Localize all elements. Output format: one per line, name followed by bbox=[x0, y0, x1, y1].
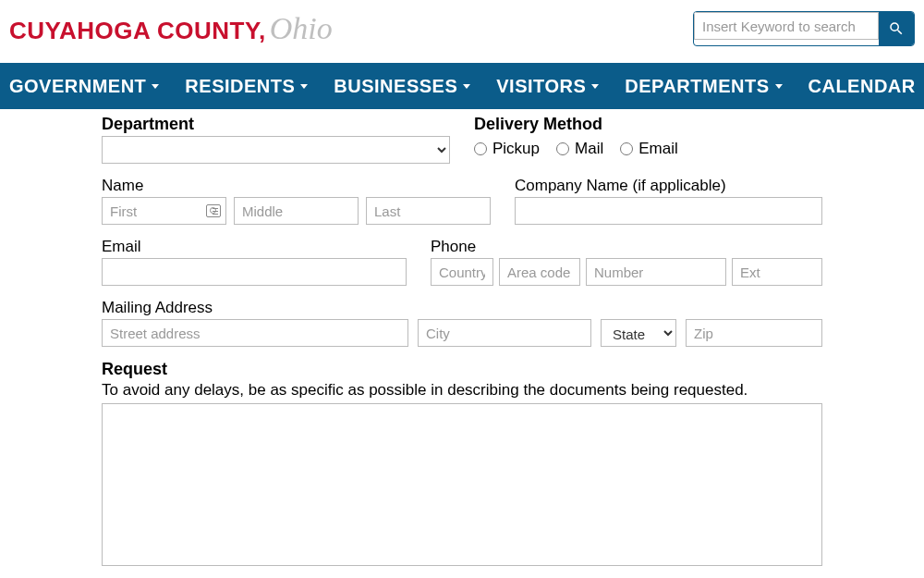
request-textarea[interactable] bbox=[102, 403, 822, 566]
request-helper-text: To avoid any delays, be as specific as p… bbox=[102, 381, 822, 400]
search-input[interactable] bbox=[694, 12, 879, 40]
delivery-email-radio[interactable] bbox=[620, 142, 633, 155]
department-select[interactable] bbox=[102, 136, 450, 164]
phone-area-input[interactable] bbox=[499, 258, 580, 286]
company-label: Company Name (if applicable) bbox=[515, 177, 822, 195]
street-input[interactable] bbox=[102, 319, 408, 347]
nav-item-visitors[interactable]: VISITORS bbox=[496, 65, 615, 108]
nav-item-residents[interactable]: RESIDENTS bbox=[185, 65, 324, 108]
chevron-down-icon bbox=[300, 84, 308, 89]
zip-input[interactable] bbox=[686, 319, 822, 347]
phone-country-input[interactable] bbox=[431, 258, 493, 286]
company-input[interactable] bbox=[515, 197, 822, 225]
delivery-mail-radio[interactable] bbox=[556, 142, 569, 155]
search-button[interactable] bbox=[879, 12, 914, 45]
nav-item-calendar[interactable]: CALENDAR bbox=[808, 65, 925, 108]
phone-label: Phone bbox=[431, 238, 822, 256]
delivery-method-label: Delivery Method bbox=[474, 115, 822, 134]
nav-item-departments[interactable]: DEPARTMENTS bbox=[625, 65, 798, 108]
email-label: Email bbox=[102, 238, 407, 256]
delivery-options: Pickup Mail Email bbox=[474, 136, 822, 158]
department-label: Department bbox=[102, 115, 450, 134]
delivery-pickup-radio[interactable] bbox=[474, 142, 487, 155]
city-input[interactable] bbox=[418, 319, 591, 347]
top-bar: CUYAHOGA COUNTY, Ohio bbox=[0, 0, 924, 63]
form-area: Department Delivery Method Pickup Mail E… bbox=[0, 109, 924, 578]
nav-item-businesses[interactable]: BUSINESSES bbox=[334, 65, 487, 108]
phone-ext-input[interactable] bbox=[732, 258, 822, 286]
state-select[interactable]: State bbox=[601, 319, 676, 347]
site-logo: CUYAHOGA COUNTY, Ohio bbox=[9, 11, 333, 46]
search-container bbox=[693, 11, 915, 46]
mailing-address-label: Mailing Address bbox=[102, 299, 822, 317]
contact-card-icon bbox=[206, 204, 221, 217]
chevron-down-icon bbox=[775, 84, 783, 89]
nav-item-government[interactable]: GOVERNMENT bbox=[9, 65, 176, 108]
chevron-down-icon bbox=[152, 84, 159, 89]
last-name-input[interactable] bbox=[366, 197, 491, 225]
request-label: Request bbox=[102, 360, 822, 379]
logo-script: Ohio bbox=[270, 11, 333, 46]
middle-name-input[interactable] bbox=[234, 197, 359, 225]
delivery-pickup-option[interactable]: Pickup bbox=[474, 140, 540, 158]
phone-number-input[interactable] bbox=[586, 258, 726, 286]
search-icon bbox=[888, 20, 905, 37]
chevron-down-icon bbox=[463, 84, 470, 89]
name-label: Name bbox=[102, 177, 491, 195]
delivery-email-option[interactable]: Email bbox=[620, 140, 678, 158]
chevron-down-icon bbox=[591, 84, 599, 89]
delivery-mail-option[interactable]: Mail bbox=[556, 140, 603, 158]
logo-text: CUYAHOGA COUNTY, bbox=[9, 17, 266, 45]
email-input[interactable] bbox=[102, 258, 407, 286]
main-nav: GOVERNMENT RESIDENTS BUSINESSES VISITORS… bbox=[0, 63, 924, 109]
